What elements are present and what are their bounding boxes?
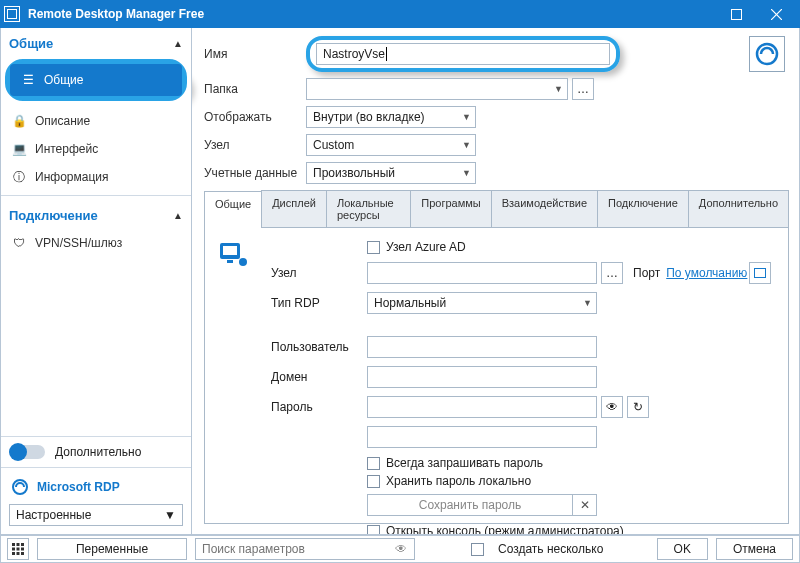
sidebar-section-general[interactable]: Общие ▲: [1, 28, 191, 57]
name-value: NastroyVse: [323, 47, 385, 61]
chevron-down-icon: ▼: [462, 112, 471, 122]
rdp-type-select[interactable]: Нормальный▼: [367, 292, 597, 314]
save-password-button[interactable]: Сохранить пароль ✕: [367, 494, 597, 516]
password-input[interactable]: [367, 396, 597, 418]
chevron-down-icon: ▼: [462, 140, 471, 150]
svg-rect-7: [227, 260, 233, 263]
advanced-label: Дополнительно: [55, 445, 141, 459]
main-panel: Имя NastroyVse Папка ▼ … Отображать Внут…: [192, 28, 799, 534]
window-title: Remote Desktop Manager Free: [28, 7, 716, 21]
svg-rect-15: [21, 548, 24, 551]
cancel-button[interactable]: Отмена: [716, 538, 793, 560]
tab-strip: Общие Дисплей Локальные ресурсы Программ…: [204, 190, 789, 228]
sidebar-item-label: Описание: [35, 114, 90, 128]
host-label: Узел: [271, 266, 367, 280]
screen-icon: 💻: [11, 141, 27, 157]
port-default-link[interactable]: По умолчанию: [666, 266, 747, 280]
domain-input[interactable]: [367, 366, 597, 388]
svg-rect-10: [12, 543, 15, 546]
display-select[interactable]: Внутри (во вкладке)▼: [306, 106, 476, 128]
svg-rect-14: [17, 548, 20, 551]
rdp-type-label: Тип RDP: [271, 296, 367, 310]
sidebar-item-label: Общие: [44, 73, 83, 87]
host-browse-button[interactable]: …: [601, 262, 623, 284]
folder-select[interactable]: ▼: [306, 78, 568, 100]
hamburger-icon: ☰: [20, 72, 36, 88]
azure-ad-label: Узел Azure AD: [386, 240, 466, 254]
tab-local-resources[interactable]: Локальные ресурсы: [326, 190, 411, 227]
svg-rect-11: [17, 543, 20, 546]
advanced-toggle-row[interactable]: Дополнительно: [1, 436, 191, 467]
sidebar-item-vpn[interactable]: 🛡 VPN/SSH/шлюз: [1, 229, 191, 257]
password-label: Пароль: [271, 400, 367, 414]
name-input[interactable]: NastroyVse: [316, 43, 610, 65]
shield-icon: 🛡: [11, 235, 27, 251]
open-console-label: Открыть консоль (режим администратора): [386, 524, 624, 534]
username-label: Пользователь: [271, 340, 367, 354]
always-ask-password-label: Всегда запрашивать пароль: [386, 456, 543, 470]
sidebar-item-description[interactable]: 🔒 Описание: [1, 107, 191, 135]
svg-rect-13: [12, 548, 15, 551]
username-input[interactable]: [367, 336, 597, 358]
chevron-down-icon: ▼: [462, 168, 471, 178]
tab-general[interactable]: Общие: [204, 191, 262, 228]
sidebar-item-label: Интерфейс: [35, 142, 98, 156]
folder-browse-button[interactable]: …: [572, 78, 594, 100]
protocol-mode-select[interactable]: Настроенные ▼: [9, 504, 183, 526]
port-label: Порт: [633, 266, 660, 280]
open-console-checkbox[interactable]: [367, 525, 380, 535]
host-mode-select[interactable]: Custom▼: [306, 134, 476, 156]
variables-button[interactable]: Переменные: [37, 538, 187, 560]
folder-label: Папка: [204, 82, 306, 96]
port-config-button[interactable]: [749, 262, 771, 284]
protocol-name: Microsoft RDP: [37, 480, 120, 494]
search-input-field[interactable]: [200, 541, 392, 557]
svg-rect-18: [21, 552, 24, 555]
tab-experience[interactable]: Взаимодействие: [491, 190, 598, 227]
password-extra-input[interactable]: [367, 426, 597, 448]
password-history-button[interactable]: ↻: [627, 396, 649, 418]
credentials-select[interactable]: Произвольный▼: [306, 162, 476, 184]
grid-view-button[interactable]: [7, 538, 29, 560]
info-icon: ⓘ: [11, 169, 27, 185]
always-ask-password-checkbox[interactable]: [367, 457, 380, 470]
tab-advanced[interactable]: Дополнительно: [688, 190, 789, 227]
tab-connection[interactable]: Подключение: [597, 190, 689, 227]
toggle-switch[interactable]: [11, 445, 45, 459]
binoculars-icon[interactable]: 👁‍: [392, 542, 410, 556]
sidebar-selection-highlight: ☰ Общие: [5, 59, 187, 101]
chevron-up-icon: ▲: [173, 38, 183, 49]
chevron-down-icon: ▼: [164, 508, 176, 522]
bottom-bar: Переменные 👁‍ Создать несколько OK Отмен…: [0, 535, 800, 563]
sidebar-item-label: Информация: [35, 170, 108, 184]
sidebar-item-interface[interactable]: 💻 Интерфейс: [1, 135, 191, 163]
session-type-icon[interactable]: [749, 36, 785, 72]
sidebar-section-connection[interactable]: Подключение ▲: [1, 200, 191, 229]
tab-body-general: Узел Azure AD Узел … Порт По умолчанию Т…: [204, 228, 789, 524]
window-maximize-button[interactable]: [716, 0, 756, 28]
sidebar-item-general[interactable]: ☰ Общие: [10, 64, 182, 96]
host-input[interactable]: [367, 262, 597, 284]
window-close-button[interactable]: [756, 0, 796, 28]
svg-point-8: [239, 258, 247, 266]
sidebar-item-information[interactable]: ⓘ Информация: [1, 163, 191, 191]
chevron-up-icon: ▲: [173, 210, 183, 221]
store-password-local-checkbox[interactable]: [367, 475, 380, 488]
tab-programs[interactable]: Программы: [410, 190, 491, 227]
clear-password-button[interactable]: ✕: [572, 495, 596, 515]
name-field-highlight: NastroyVse: [306, 36, 620, 72]
search-parameters-input[interactable]: 👁‍: [195, 538, 415, 560]
password-reveal-button[interactable]: 👁: [601, 396, 623, 418]
computer-icon: [219, 242, 249, 270]
tab-display[interactable]: Дисплей: [261, 190, 327, 227]
azure-ad-checkbox[interactable]: [367, 241, 380, 254]
ok-button[interactable]: OK: [657, 538, 708, 560]
create-multiple-checkbox[interactable]: [471, 543, 484, 556]
app-icon: [4, 6, 20, 22]
protocol-mode-value: Настроенные: [16, 508, 91, 522]
chevron-down-icon: ▼: [583, 298, 592, 308]
store-password-local-label: Хранить пароль локально: [386, 474, 531, 488]
svg-rect-16: [12, 552, 15, 555]
create-multiple-label: Создать несколько: [498, 542, 603, 556]
sidebar-section-general-label: Общие: [9, 36, 53, 51]
